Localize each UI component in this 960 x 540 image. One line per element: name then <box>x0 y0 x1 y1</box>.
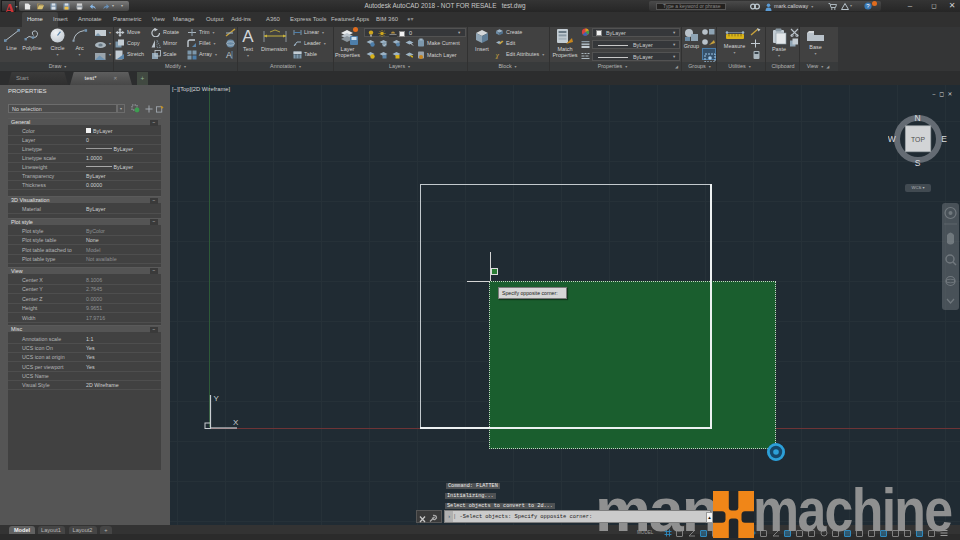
svg-text:S: S <box>915 158 921 168</box>
svg-text:A: A <box>226 50 232 60</box>
svg-text:TOP: TOP <box>911 136 925 143</box>
svg-text:W: W <box>888 134 896 144</box>
svg-text:χ: χ <box>495 51 500 59</box>
svg-text:N: N <box>914 113 920 123</box>
svg-text:X: X <box>233 418 239 427</box>
svg-text:E: E <box>941 134 947 144</box>
svg-text:Y: Y <box>214 394 220 403</box>
